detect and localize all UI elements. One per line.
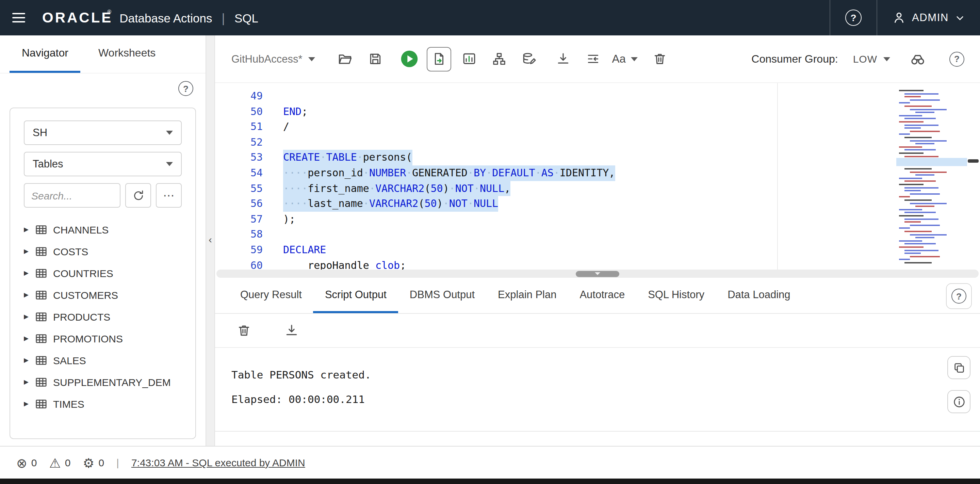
minimap-line — [899, 146, 922, 148]
data-modeler-button[interactable] — [517, 47, 541, 71]
find-button[interactable] — [905, 47, 930, 71]
trash-icon — [653, 52, 667, 66]
navigator-sidebar: Navigator Worksheets ? SH Tables — [0, 35, 205, 446]
worksheet-help-button[interactable]: ? — [945, 47, 969, 71]
minimap-line — [899, 228, 910, 229]
code-line[interactable]: 49 — [215, 89, 980, 104]
code-line[interactable]: 55····first_name·VARCHAR2(50)·NOT·NULL, — [215, 181, 980, 196]
tree-item-promotions[interactable]: ▶ PROMOTIONS — [24, 328, 182, 349]
caret-icon: ▶ — [24, 313, 35, 320]
format-button[interactable] — [581, 47, 605, 71]
tree-item-countries[interactable]: ▶ COUNTRIES — [24, 262, 182, 284]
menu-icon[interactable] — [0, 0, 37, 35]
minimap-line — [899, 153, 924, 154]
sql-editor[interactable]: 4950END;51/5253CREATE·TABLE·persons(54··… — [215, 83, 980, 269]
download-button[interactable] — [550, 47, 575, 71]
object-type-select[interactable]: Tables — [24, 152, 182, 176]
output-info-button[interactable] — [947, 390, 970, 413]
user-menu[interactable]: ADMIN — [877, 0, 980, 35]
code-line[interactable]: 58 — [215, 227, 980, 242]
copy-icon — [953, 361, 966, 374]
consumer-group-select[interactable]: LOW — [853, 53, 890, 65]
tree-item-costs[interactable]: ▶ COSTS — [24, 240, 182, 262]
font-size-button[interactable]: Aa — [612, 53, 638, 65]
minimap-line — [899, 134, 910, 135]
errors-count[interactable]: 0 — [31, 457, 37, 468]
run-script-button[interactable] — [427, 47, 451, 71]
code-line[interactable]: 54····person_id·NUMBER·GENERATED·BY·DEFA… — [215, 166, 980, 181]
user-icon — [892, 11, 906, 24]
explain-plan-button[interactable] — [457, 47, 481, 71]
clear-output-button[interactable] — [231, 318, 256, 343]
save-button[interactable] — [363, 47, 387, 71]
brand: ORACLE® Database Actions | SQL — [42, 10, 258, 26]
minimap-line — [915, 205, 934, 207]
more-button[interactable]: ⋯ — [156, 183, 182, 208]
worksheet-name-dropdown[interactable]: GitHubAccess* — [231, 53, 315, 65]
last-execution-link[interactable]: 7:43:03 AM - SQL executed by ADMIN — [131, 457, 305, 468]
minimap-line — [910, 224, 940, 226]
tree-item-times[interactable]: ▶ TIMES — [24, 393, 182, 415]
run-statement-button[interactable] — [397, 47, 421, 71]
line-number: 51 — [215, 119, 263, 134]
collapse-sidebar-icon[interactable]: ‹ — [206, 224, 215, 255]
copy-output-button[interactable] — [947, 356, 970, 379]
help-button[interactable]: ? — [830, 0, 877, 35]
results-tabs: Query Result Script Output DBMS Output E… — [215, 278, 980, 314]
tab-dbms-output[interactable]: DBMS Output — [398, 278, 486, 313]
navigator-help-button[interactable]: ? — [178, 81, 193, 96]
run-script-icon — [432, 52, 446, 66]
minimap-line — [899, 121, 924, 123]
tree-item-customers[interactable]: ▶ CUSTOMERS — [24, 284, 182, 306]
tab-worksheets[interactable]: Worksheets — [86, 35, 168, 73]
clear-worksheet-button[interactable] — [648, 47, 672, 71]
code-line[interactable]: 53CREATE·TABLE·persons( — [215, 150, 980, 166]
panel-splitter[interactable] — [216, 269, 978, 278]
tab-script-output[interactable]: Script Output — [313, 278, 398, 313]
search-input[interactable] — [24, 183, 121, 208]
tree-item-channels[interactable]: ▶ CHANNELS — [24, 218, 182, 240]
tab-navigator[interactable]: Navigator — [10, 35, 81, 73]
line-number: 60 — [215, 258, 263, 269]
minimap-line — [899, 209, 922, 210]
worksheet-main: GitHubAccess* — [215, 35, 980, 446]
code-line[interactable]: 51/ — [215, 119, 980, 134]
line-number: 54 — [215, 166, 263, 181]
help-icon: ? — [950, 51, 964, 66]
code-line[interactable]: 56····last_name·VARCHAR2(50)·NOT·NULL — [215, 196, 980, 211]
jobs-count[interactable]: 0 — [98, 457, 104, 468]
results-help-button[interactable]: ? — [946, 283, 972, 309]
tree-item-sales[interactable]: ▶ SALES — [24, 349, 182, 371]
table-icon — [35, 267, 48, 279]
consumer-group-value: LOW — [853, 53, 877, 65]
tab-query-result[interactable]: Query Result — [229, 278, 313, 313]
scroll-position-marker[interactable] — [968, 159, 978, 163]
sidebar-resizer[interactable]: ‹ — [205, 35, 215, 446]
tab-autotrace[interactable]: Autotrace — [568, 278, 636, 313]
warnings-count[interactable]: 0 — [65, 457, 71, 468]
line-number: 53 — [215, 150, 263, 166]
tab-explain-plan[interactable]: Explain Plan — [486, 278, 568, 313]
schema-select[interactable]: SH — [24, 121, 182, 145]
code-line[interactable]: 59DECLARE — [215, 242, 980, 258]
download-output-button[interactable] — [279, 318, 304, 343]
splitter-handle-icon[interactable] — [576, 271, 619, 277]
minimap-selection-band — [896, 158, 967, 166]
tab-sql-history[interactable]: SQL History — [636, 278, 716, 313]
minimap-line — [904, 124, 939, 126]
minimap-line — [899, 102, 910, 104]
open-worksheet-button[interactable] — [333, 47, 357, 71]
table-icon — [35, 376, 48, 388]
code-line[interactable]: 57); — [215, 212, 980, 227]
code-line[interactable]: 52 — [215, 135, 980, 150]
tree-item-supplementary-demographics[interactable]: ▶ SUPPLEMENTARY_DEM — [24, 371, 182, 393]
autotrace-button[interactable] — [487, 47, 511, 71]
tree-item-products[interactable]: ▶ PRODUCTS — [24, 306, 182, 328]
user-name: ADMIN — [912, 11, 949, 24]
minimap-line — [904, 105, 932, 107]
refresh-button[interactable] — [125, 183, 151, 208]
code-line[interactable]: 60 repoHandle clob; — [215, 258, 980, 269]
minimap[interactable] — [896, 86, 967, 267]
tab-data-loading[interactable]: Data Loading — [716, 278, 802, 313]
code-line[interactable]: 50END; — [215, 104, 980, 119]
